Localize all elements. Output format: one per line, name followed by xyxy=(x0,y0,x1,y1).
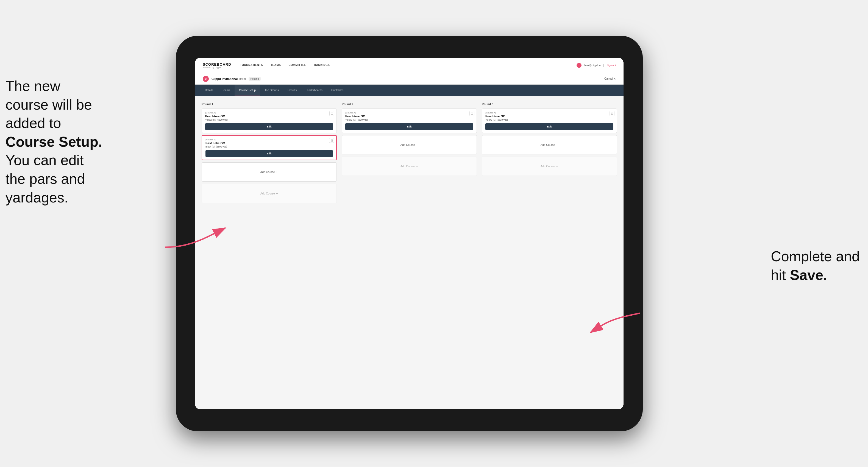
round-2-add-course-2-text: Add Course + xyxy=(401,164,418,168)
round-3-add-course-2-plus: + xyxy=(556,164,558,168)
tournament-gender: (Men) xyxy=(239,77,246,80)
annotation-left-line2: course will be xyxy=(5,97,92,113)
round-1-course-a-tag: (Course A) xyxy=(205,112,333,114)
round-1-course-b-tag: (Course B) xyxy=(206,138,333,141)
tab-course-setup[interactable]: Course Setup xyxy=(235,85,260,96)
round-1-add-course-2-plus: + xyxy=(276,191,278,195)
annotation-left-line3: added to xyxy=(5,115,61,131)
tab-details[interactable]: Details xyxy=(200,85,218,96)
logo-sub: Powered by clippd xyxy=(203,66,231,68)
tab-tee-groups[interactable]: Tee Groups xyxy=(260,85,283,96)
round-1-label: Round 1 xyxy=(202,103,337,106)
round-1-add-course-2-text: Add Course + xyxy=(260,191,278,195)
tab-leaderboards[interactable]: Leaderboards xyxy=(301,85,327,96)
tournament-bar: C Clippd Invitational (Men) Hosting Canc… xyxy=(195,73,623,85)
round-1-course-a-edit-button[interactable]: Edit xyxy=(205,123,333,130)
round-3-label: Round 3 xyxy=(482,103,617,106)
annotation-right-line1: Complete and xyxy=(771,248,860,264)
round-3-course-a-delete-button[interactable]: ⊡ xyxy=(610,111,615,116)
main-content: Round 1 (Course A) Peachtree GC Yellow (… xyxy=(195,96,623,409)
annotation-left-line1: The new xyxy=(5,78,60,94)
round-3-add-course-2: Add Course + xyxy=(482,157,617,176)
annotation-left-bold: Course Setup. xyxy=(5,134,102,150)
round-1-add-course-1[interactable]: Add Course + xyxy=(202,162,337,182)
round-3-course-a-tag: (Course A) xyxy=(485,112,613,114)
separator: | xyxy=(603,64,604,67)
nav-teams[interactable]: TEAMS xyxy=(271,62,281,68)
annotation-left-line5: the pars and xyxy=(5,171,85,187)
cancel-button[interactable]: Cancel ✕ xyxy=(604,77,616,80)
round-2-course-a-edit-button[interactable]: Edit xyxy=(345,123,473,130)
annotation-left: The new course will be added to Course S… xyxy=(5,77,102,207)
tablet-shell: SCOREBOARD Powered by clippd TOURNAMENTS… xyxy=(176,36,643,431)
annotation-left-line6: yardages. xyxy=(5,190,68,206)
round-2-add-course-1[interactable]: Add Course + xyxy=(342,135,477,154)
user-avatar xyxy=(577,63,582,68)
round-2-course-a-details: Yellow (M) (6629 yds) xyxy=(345,118,473,121)
round-1-course-b-name: East Lake GC xyxy=(206,142,333,145)
tournament-logo: C xyxy=(203,76,209,82)
round-2-add-course-1-text: Add Course + xyxy=(401,143,418,147)
user-email: blair@clippd.io xyxy=(584,64,600,67)
rounds-grid: Round 1 (Course A) Peachtree GC Yellow (… xyxy=(202,103,617,205)
top-nav-right: blair@clippd.io | Sign out xyxy=(577,63,616,68)
round-2-course-a-delete-button[interactable]: ⊡ xyxy=(469,111,474,116)
round-3-column: Round 3 (Course A) Peachtree GC Yellow (… xyxy=(482,103,617,205)
round-3-add-course-2-text: Add Course + xyxy=(540,164,558,168)
round-1-course-b-card: (Course B) East Lake GC Black (M) (6891 … xyxy=(202,135,337,160)
round-1-course-b-delete-button[interactable]: ⊡ xyxy=(329,138,334,143)
top-nav-links: TOURNAMENTS TEAMS COMMITTEE RANKINGS xyxy=(240,62,577,68)
logo-area: SCOREBOARD Powered by clippd xyxy=(203,62,231,68)
round-1-course-b-details: Black (M) (6891 yds) xyxy=(206,145,333,148)
round-3-add-course-1-label: Add Course xyxy=(540,144,555,147)
round-1-course-b-edit-button[interactable]: Edit xyxy=(206,150,333,157)
top-nav: SCOREBOARD Powered by clippd TOURNAMENTS… xyxy=(195,58,623,73)
round-3-course-a-details: Yellow (M) (6629 yds) xyxy=(485,118,613,121)
annotation-right: Complete and hit Save. xyxy=(771,247,860,284)
round-2-add-course-1-label: Add Course xyxy=(401,144,415,147)
nav-committee[interactable]: COMMITTEE xyxy=(289,62,307,68)
round-2-course-a-tag: (Course A) xyxy=(345,112,473,114)
round-2-add-course-2-label: Add Course xyxy=(401,165,415,168)
annotation-right-bold: Save. xyxy=(790,267,827,283)
tab-results[interactable]: Results xyxy=(283,85,301,96)
annotation-left-line4: You can edit xyxy=(5,152,84,168)
round-3-add-course-1[interactable]: Add Course + xyxy=(482,135,617,154)
round-1-course-a-details: Yellow (M) (6629 yds) xyxy=(205,118,333,121)
tablet-screen: SCOREBOARD Powered by clippd TOURNAMENTS… xyxy=(195,58,623,409)
hosting-badge: Hosting xyxy=(249,77,261,81)
round-2-label: Round 2 xyxy=(342,103,477,106)
tab-teams[interactable]: Teams xyxy=(218,85,235,96)
tab-printables[interactable]: Printables xyxy=(327,85,348,96)
round-1-add-course-1-plus: + xyxy=(276,170,278,174)
sign-out-link[interactable]: Sign out xyxy=(607,64,616,67)
round-3-course-a-card: (Course A) Peachtree GC Yellow (M) (6629… xyxy=(482,108,617,133)
nav-rankings[interactable]: RANKINGS xyxy=(314,62,330,68)
round-2-add-course-2: Add Course + xyxy=(342,157,477,176)
round-1-add-course-1-label: Add Course xyxy=(260,170,275,174)
round-1-add-course-2: Add Course + xyxy=(202,184,337,203)
round-1-course-a-card: (Course A) Peachtree GC Yellow (M) (6629… xyxy=(202,108,337,133)
round-1-column: Round 1 (Course A) Peachtree GC Yellow (… xyxy=(202,103,337,205)
round-3-add-course-2-label: Add Course xyxy=(540,165,555,168)
round-3-course-a-edit-button[interactable]: Edit xyxy=(485,123,613,130)
round-3-add-course-1-text: Add Course + xyxy=(540,143,558,147)
round-3-add-course-1-plus: + xyxy=(556,143,558,147)
round-2-column: Round 2 (Course A) Peachtree GC Yellow (… xyxy=(342,103,477,205)
round-2-course-a-name: Peachtree GC xyxy=(345,115,473,118)
logo-scoreboard: SCOREBOARD xyxy=(203,62,231,66)
round-2-add-course-2-plus: + xyxy=(416,164,418,168)
round-3-course-a-name: Peachtree GC xyxy=(485,115,613,118)
annotation-right-line2: hit xyxy=(771,267,790,283)
round-1-add-course-1-text: Add Course + xyxy=(260,170,278,174)
round-2-course-a-card: (Course A) Peachtree GC Yellow (M) (6629… xyxy=(342,108,477,133)
round-1-course-a-delete-button[interactable]: ⊡ xyxy=(329,111,334,116)
round-1-course-a-name: Peachtree GC xyxy=(205,115,333,118)
tabs-bar: Details Teams Course Setup Tee Groups Re… xyxy=(195,85,623,96)
tournament-name: Clippd Invitational xyxy=(212,77,238,81)
round-1-add-course-2-label: Add Course xyxy=(260,192,275,195)
round-2-add-course-1-plus: + xyxy=(416,143,418,147)
nav-tournaments[interactable]: TOURNAMENTS xyxy=(240,62,263,68)
tournament-logo-letter: C xyxy=(205,77,207,80)
